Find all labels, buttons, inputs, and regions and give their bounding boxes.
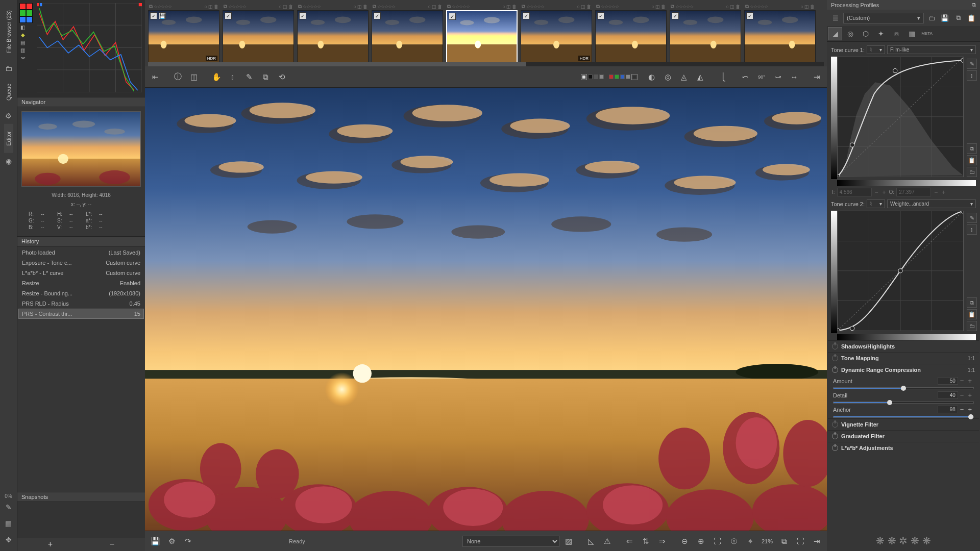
crop-tool-icon[interactable]: ⧉	[258, 70, 273, 84]
zoom-out-icon[interactable]: ⊖	[678, 534, 692, 548]
clip-g-box[interactable]	[615, 74, 619, 79]
tab-color-icon[interactable]: ⬡	[859, 27, 873, 40]
thumb-proc-icon[interactable]: ◫	[506, 4, 511, 9]
drc-anchor-slider[interactable]	[833, 416, 974, 418]
tab-raw-icon[interactable]: ▦	[904, 27, 919, 40]
pp-save-icon[interactable]: 💾	[939, 12, 950, 23]
drc-amount-plus[interactable]: +	[966, 377, 974, 385]
tone-curve-1-type-select[interactable]: Film-like▾	[887, 45, 976, 54]
tone-curve-2-type-select[interactable]: Weighte...andard▾	[887, 199, 976, 208]
grid-icon[interactable]: ▦	[4, 518, 14, 529]
navigator-thumbnail[interactable]	[21, 111, 141, 187]
thumb-proc-icon[interactable]: ◫	[730, 4, 734, 9]
hist-swatch-g[interactable]	[19, 10, 26, 16]
thumb-proc-icon[interactable]: ◫	[581, 4, 585, 9]
thumb-check-icon[interactable]: ✓	[299, 12, 306, 19]
drc-anchor-plus[interactable]: +	[966, 406, 974, 413]
thumb-trash-icon[interactable]: 🗑	[512, 4, 517, 9]
clip-focus-icon[interactable]	[631, 74, 638, 80]
thumb-trash-icon[interactable]: 🗑	[288, 4, 293, 9]
move-icon[interactable]: ✥	[4, 535, 14, 545]
white-balance-picker-icon[interactable]: ⫿	[226, 70, 240, 84]
thumbnail[interactable]: ⧉☆☆☆☆☆○◫🗑✓HDR💾	[148, 3, 219, 63]
drc-detail-minus[interactable]: −	[958, 391, 966, 399]
tone-curve-2-canvas[interactable]	[837, 211, 964, 331]
pp-paste-icon[interactable]: 📋	[966, 12, 977, 23]
tone-curve-1-canvas[interactable]	[837, 57, 964, 177]
thumb-circle-icon[interactable]: ○	[354, 4, 356, 9]
section-graduated[interactable]: Graduated Filter	[828, 430, 979, 442]
hand-tool-icon[interactable]: ✋	[209, 70, 224, 84]
nav-sync-icon[interactable]: ⇅	[639, 534, 653, 548]
history-row[interactable]: PRS - Contrast thr...15	[18, 309, 144, 319]
thumb-circle-icon[interactable]: ○	[503, 4, 505, 9]
thumb-trash-icon[interactable]: 🗑	[437, 4, 442, 9]
thumb-circle-icon[interactable]: ○	[726, 4, 729, 9]
curve1-copy-icon[interactable]: ⧉	[967, 143, 977, 154]
tab-file-browser[interactable]: File Browser (23)	[4, 3, 13, 60]
zoom-fit-icon[interactable]: ⛶	[710, 534, 725, 548]
thumbnail[interactable]: ⧉☆☆☆☆☆○◫🗑✓	[446, 3, 518, 63]
thumb-circle-icon[interactable]: ○	[577, 4, 580, 9]
thumb-circle-icon[interactable]: ○	[652, 4, 654, 9]
curve2-paste-icon[interactable]: 📋	[967, 309, 977, 319]
shadow-clip-icon[interactable]: ◬	[677, 70, 691, 84]
thumb-proc-icon[interactable]: ◫	[208, 4, 213, 9]
thumb-check-icon[interactable]: ✓	[374, 12, 381, 19]
history-row[interactable]: L*a*b* - L* curveCustom curve	[18, 268, 144, 278]
straighten-tool-icon[interactable]: ⟲	[275, 70, 289, 84]
thumbnail[interactable]: ⧉☆☆☆☆☆○◫🗑✓	[297, 3, 369, 63]
hist-raw-icon[interactable]: ▤	[19, 39, 26, 46]
bg-lgray-box[interactable]	[599, 74, 604, 79]
file-browser-icon[interactable]: 🗀	[4, 63, 14, 73]
edit-icon[interactable]: ✎	[4, 502, 14, 512]
curve1-input-field[interactable]	[837, 188, 872, 196]
thumb-save-icon[interactable]: 💾	[159, 12, 166, 19]
thumbnail[interactable]: ⧉☆☆☆☆☆○◫🗑✓	[744, 3, 816, 63]
color-picker-icon[interactable]: ✎	[242, 70, 256, 84]
hist-swatch-b2[interactable]	[26, 16, 33, 23]
panel-toggle-left-icon[interactable]: ⇤	[148, 70, 162, 84]
history-row[interactable]: Resize - Bounding...(980x551)	[18, 288, 144, 298]
thumb-circle-icon[interactable]: ○	[801, 4, 803, 9]
clip-b-box[interactable]	[620, 74, 625, 79]
clip-l-box[interactable]	[626, 74, 630, 79]
tab-queue[interactable]: Queue	[4, 77, 13, 108]
section-vignette[interactable]: Vignette Filter	[828, 418, 979, 430]
thumb-check-icon[interactable]: ✓	[523, 12, 530, 19]
thumb-trash-icon[interactable]: 🗑	[736, 4, 740, 9]
section-drc[interactable]: Dynamic Range Compression1:1	[828, 364, 979, 375]
clip-r-box[interactable]	[609, 74, 614, 79]
tab-detail-icon[interactable]: ◎	[843, 27, 857, 40]
thumb-check-icon[interactable]: ✓	[746, 12, 753, 19]
hist-bar-icon[interactable]: ▥	[19, 47, 26, 54]
curve1-edit-icon[interactable]: ⫿	[967, 70, 977, 81]
tone-curve-1-mode-select[interactable]: ⌇▾	[867, 45, 885, 54]
thumb-check-icon[interactable]: ✓	[597, 12, 604, 19]
monitor-profile-select[interactable]: None	[462, 536, 559, 547]
thumb-proc-icon[interactable]: ◫	[655, 4, 660, 9]
drc-amount-minus[interactable]: −	[958, 377, 966, 385]
zoom-in-icon[interactable]: ⊕	[694, 534, 708, 548]
thumb-proc-icon[interactable]: ◫	[283, 4, 287, 9]
flip-icon[interactable]: ↔	[787, 70, 801, 84]
hist-swatch-r[interactable]	[19, 3, 26, 10]
drc-amount-slider[interactable]	[833, 387, 974, 389]
tab-meta-icon[interactable]: META	[920, 27, 934, 40]
thumbnail[interactable]: ⧉☆☆☆☆☆○◫🗑✓	[372, 3, 443, 63]
gamut-icon[interactable]: ▨	[561, 534, 576, 548]
panel-right-toggle-icon[interactable]: ⇥	[810, 534, 824, 548]
thumb-trash-icon[interactable]: 🗑	[214, 4, 218, 9]
tab-exposure-icon[interactable]: ◢	[828, 27, 842, 40]
curve1-output-field[interactable]	[896, 188, 931, 196]
aperture-icon[interactable]: ◉	[4, 156, 14, 166]
section-tone-mapping[interactable]: Tone Mapping1:1	[828, 352, 979, 364]
rotate-90-icon[interactable]: 90°	[754, 70, 769, 84]
tab-editor[interactable]: Editor	[4, 124, 13, 153]
zoom-100-icon[interactable]: ⦾	[727, 534, 741, 548]
thumb-proc-icon[interactable]: ◫	[804, 4, 809, 9]
thumbnail[interactable]: ⧉☆☆☆☆☆○◫🗑✓	[595, 3, 667, 63]
pp-profile-select[interactable]: (Custom)▾	[843, 13, 924, 23]
bg-gray-box[interactable]	[594, 74, 598, 79]
snapshot-add-button[interactable]: +	[34, 540, 67, 549]
